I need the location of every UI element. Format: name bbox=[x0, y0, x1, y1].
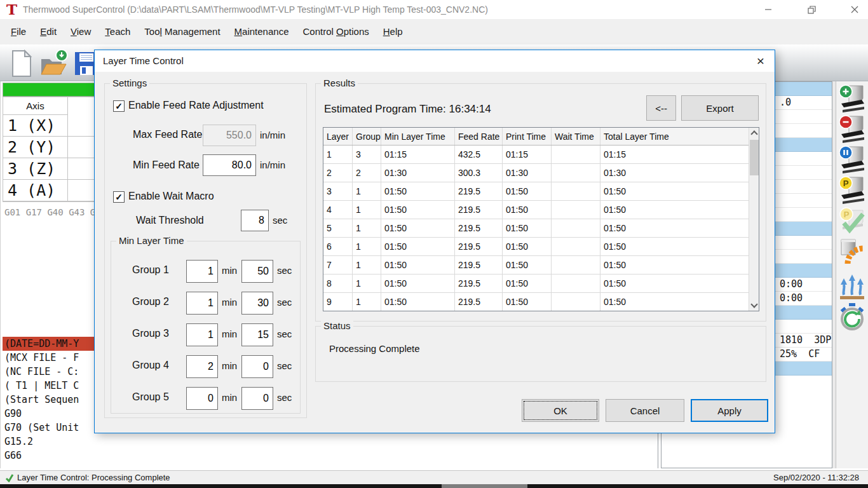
menu-item[interactable]: Teach bbox=[98, 19, 137, 44]
nozzle-pause-icon bbox=[839, 146, 865, 173]
wait-threshold-input[interactable] bbox=[241, 210, 269, 231]
col-header-wait-time[interactable]: Wait Time bbox=[552, 128, 600, 145]
group-min-input[interactable] bbox=[186, 323, 218, 346]
enable-feed-rate-label: Enable Feed Rate Adjustment bbox=[128, 100, 264, 111]
col-header-feed-rate[interactable]: Feed Rate bbox=[455, 128, 503, 145]
min-unit-label: min bbox=[222, 360, 237, 371]
col-header-layer[interactable]: Layer bbox=[323, 128, 353, 145]
apply-button[interactable]: Apply bbox=[691, 399, 768, 422]
group-min-input[interactable] bbox=[186, 292, 218, 315]
cancel-button[interactable]: Cancel bbox=[606, 399, 684, 422]
gcode-modal-line: G01 G17 G40 G43 G bbox=[4, 207, 95, 217]
col-header-print-time[interactable]: Print Time bbox=[503, 128, 552, 145]
status-check-icon bbox=[5, 473, 14, 484]
sec-unit-label: sec bbox=[277, 265, 292, 276]
results-table-row[interactable]: 7 1 01:50 219.5 01:50 01:50 bbox=[323, 256, 749, 274]
group-sec-input[interactable] bbox=[241, 292, 273, 315]
scroll-up-icon[interactable] bbox=[750, 130, 757, 137]
nozzle-park-button[interactable]: P bbox=[837, 175, 867, 205]
menu-item[interactable]: Tool Management bbox=[137, 19, 227, 44]
results-table-row[interactable]: 4 1 01:50 219.5 01:50 01:50 bbox=[323, 201, 749, 219]
nozzle-remove-icon bbox=[839, 115, 865, 143]
group-sec-input[interactable] bbox=[241, 387, 273, 410]
col-header-min-layer-time[interactable]: Min Layer Time bbox=[381, 128, 455, 145]
gcode-line: G66 bbox=[1, 449, 280, 463]
layer-timer-button[interactable] bbox=[837, 302, 867, 332]
bottom-scroll-thumb[interactable] bbox=[442, 484, 527, 488]
back-button[interactable]: <-- bbox=[646, 95, 676, 121]
scroll-down-icon[interactable] bbox=[750, 301, 757, 308]
dialog-close-button[interactable]: × bbox=[752, 53, 770, 69]
menu-item[interactable]: View bbox=[64, 19, 98, 44]
group-label: Group 5 bbox=[132, 391, 169, 403]
settings-group: Settings Enable Feed Rate Adjustment Max… bbox=[104, 83, 307, 418]
menu-item[interactable]: Maintenance bbox=[227, 19, 296, 44]
min-feed-rate-unit: in/min bbox=[260, 159, 285, 170]
park-confirm-button[interactable]: P bbox=[837, 206, 867, 235]
results-group-label: Results bbox=[321, 78, 358, 88]
results-table-row[interactable]: 5 1 01:50 219.5 01:50 01:50 bbox=[323, 219, 749, 238]
status-group-label: Status bbox=[321, 320, 353, 331]
group-min-input[interactable] bbox=[186, 260, 218, 283]
open-file-icon bbox=[39, 49, 68, 78]
min-feed-rate-label: Min Feed Rate bbox=[133, 159, 200, 171]
group-sec-input[interactable] bbox=[241, 355, 273, 378]
results-table-row[interactable]: 3 1 01:50 219.5 01:50 01:50 bbox=[323, 182, 749, 201]
restore-button[interactable] bbox=[801, 0, 822, 19]
layer-time-control-dialog: Layer Time Control × Settings Enable Fee… bbox=[94, 50, 775, 433]
app-logo: T bbox=[6, 1, 17, 18]
open-file-button[interactable] bbox=[38, 48, 69, 79]
results-table-row[interactable]: 6 1 01:50 219.5 01:50 01:50 bbox=[323, 238, 749, 256]
results-table-scrollbar[interactable] bbox=[749, 128, 759, 311]
enable-feed-rate-checkbox[interactable] bbox=[113, 100, 125, 112]
spindle-heat-icon bbox=[839, 237, 865, 265]
close-button[interactable] bbox=[844, 0, 865, 19]
dialog-title-bar[interactable]: Layer Time Control × bbox=[95, 50, 775, 72]
menu-item[interactable]: Control Options bbox=[296, 19, 376, 44]
scrollbar-thumb[interactable] bbox=[750, 140, 759, 175]
results-table-row[interactable]: 9 1 01:50 219.5 01:50 01:50 bbox=[323, 293, 749, 311]
results-table-row[interactable]: 1 3 01:15 432.5 01:15 01:15 bbox=[323, 146, 749, 164]
results-table-grid: Layer Group Min Layer Time Feed Rate Pri… bbox=[323, 128, 749, 311]
enable-wait-macro-checkbox[interactable] bbox=[113, 191, 125, 203]
new-file-button[interactable] bbox=[6, 48, 37, 79]
new-file-icon bbox=[11, 50, 32, 78]
results-table: Layer Group Min Layer Time Feed Rate Pri… bbox=[323, 127, 759, 311]
estimated-program-time: Estimated Program Time: 16:34:14 bbox=[324, 103, 491, 116]
results-table-row[interactable]: 2 2 01:30 300.3 01:30 01:30 bbox=[323, 164, 749, 182]
bottom-scroll-track[interactable] bbox=[0, 484, 868, 488]
spindle-heat-button[interactable] bbox=[837, 236, 867, 266]
ok-button[interactable]: OK bbox=[522, 399, 599, 422]
group-sec-input[interactable] bbox=[241, 260, 273, 283]
group-min-input[interactable] bbox=[186, 355, 218, 378]
airflow-button[interactable] bbox=[837, 272, 867, 301]
nozzle-remove-button[interactable] bbox=[837, 114, 867, 144]
min-layer-time-group: Min Layer Time Group 1 min sec Group 2 bbox=[111, 241, 301, 414]
min-feed-rate-input[interactable] bbox=[203, 154, 256, 176]
min-layer-time-row: Group 1 min sec bbox=[111, 254, 301, 286]
app-window: T Thermwood SuperControl (D:\data\PART\L… bbox=[0, 0, 868, 488]
nozzle-add-button[interactable] bbox=[837, 84, 867, 113]
min-unit-label: min bbox=[222, 392, 237, 403]
svg-text:P: P bbox=[843, 179, 849, 188]
minimize-button[interactable] bbox=[757, 0, 779, 19]
nozzle-pause-button[interactable] bbox=[837, 145, 867, 174]
results-table-row[interactable]: 8 1 01:50 219.5 01:50 01:50 bbox=[323, 274, 749, 293]
svg-text:P: P bbox=[844, 210, 850, 219]
title-bar[interactable]: T Thermwood SuperControl (D:\data\PART\L… bbox=[0, 0, 868, 19]
wait-threshold-label: Wait Threshold bbox=[136, 215, 204, 226]
menu-item[interactable]: File bbox=[4, 19, 33, 44]
dialog-title: Layer Time Control bbox=[103, 50, 184, 72]
group-sec-input[interactable] bbox=[241, 323, 273, 346]
max-feed-rate-unit: in/min bbox=[260, 130, 285, 140]
min-layer-time-row: Group 5 min sec bbox=[111, 381, 301, 413]
max-feed-rate-input[interactable] bbox=[203, 125, 256, 146]
col-header-total-layer-time[interactable]: Total Layer Time bbox=[600, 128, 749, 145]
col-header-group[interactable]: Group bbox=[353, 128, 381, 145]
menu-item[interactable]: Edit bbox=[33, 19, 64, 44]
menu-item[interactable]: Help bbox=[376, 19, 410, 44]
processing-status-text: Processing Complete bbox=[329, 343, 420, 354]
group-min-input[interactable] bbox=[186, 387, 218, 410]
export-button[interactable]: Export bbox=[681, 95, 759, 121]
status-message: Layer Time Control: Processing Complete bbox=[17, 471, 170, 485]
